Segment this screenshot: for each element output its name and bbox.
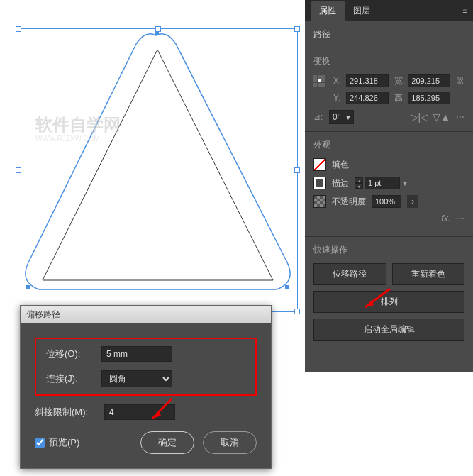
appearance-section: 外观 填色 描边 ▴ ▾ ▾ 不透明度 › fx. ⋯ — [305, 132, 473, 237]
resize-handle[interactable] — [16, 167, 21, 173]
transform-title: 变换 — [313, 55, 464, 67]
preview-checkbox[interactable] — [35, 438, 45, 448]
flip-horizontal-icon[interactable]: ▷|◁ — [411, 111, 429, 123]
flip-vertical-icon[interactable]: ▽▲ — [433, 111, 450, 123]
opacity-label: 不透明度 — [332, 196, 366, 208]
width-label: 宽: — [394, 75, 405, 87]
resize-handle[interactable] — [294, 26, 300, 32]
dialog-title-bar[interactable]: 偏移路径 — [21, 306, 271, 323]
transform-section: 变换 X: 宽: ⛓ Y: 高: — [305, 48, 473, 132]
watermark-url: WWW.RJZXW.COM — [35, 135, 100, 143]
selection-bounding-box — [18, 28, 298, 312]
appearance-title: 外观 — [313, 139, 464, 151]
width-input[interactable] — [408, 74, 450, 87]
dialog-title: 偏移路径 — [26, 309, 60, 319]
tab-layers[interactable]: 图层 — [345, 1, 379, 21]
link-wh-icon[interactable]: ⛓ — [456, 76, 470, 86]
reference-point-selector[interactable] — [313, 75, 325, 87]
preview-checkbox-label[interactable]: 预览(P) — [35, 436, 79, 449]
resize-handle[interactable] — [16, 26, 21, 32]
offset-path-button[interactable]: 位移路径 — [313, 263, 386, 285]
angle-label: ⊿: — [313, 112, 323, 122]
stroke-dropdown-icon[interactable]: ▾ — [403, 178, 407, 188]
stroke-down[interactable]: ▾ — [355, 183, 363, 189]
opacity-expand-icon[interactable]: › — [407, 195, 418, 208]
join-select[interactable]: 圆角 — [101, 370, 172, 387]
cancel-button[interactable]: 取消 — [203, 431, 257, 454]
fx-icon[interactable]: fx. — [441, 214, 450, 223]
angle-input[interactable]: 0° ▾ — [329, 110, 354, 124]
properties-panel: 属性 图层 ≡ 路径 变换 X: 宽: ⛓ Y: — [305, 0, 473, 372]
join-label: 连接(J): — [46, 372, 96, 385]
y-input[interactable] — [346, 92, 389, 104]
panel-menu-icon[interactable]: ≡ — [462, 6, 467, 16]
ok-button[interactable]: 确定 — [140, 431, 194, 454]
arrange-button[interactable]: 排列 — [313, 291, 464, 313]
more-options-icon[interactable]: ⋯ — [456, 112, 464, 122]
tab-properties[interactable]: 属性 — [311, 1, 345, 21]
y-label: Y: — [333, 93, 343, 103]
opacity-swatch[interactable] — [313, 195, 326, 208]
watermark-text: 软件自学网 — [35, 114, 121, 136]
height-label: 高: — [394, 92, 405, 104]
opacity-input[interactable] — [372, 195, 401, 208]
miter-input[interactable] — [104, 404, 175, 420]
fill-swatch[interactable] — [313, 158, 326, 171]
preview-label: 预览(P) — [49, 436, 79, 449]
path-type-section: 路径 — [305, 21, 473, 48]
offset-input[interactable] — [101, 346, 172, 362]
offset-label: 位移(O): — [46, 348, 96, 360]
x-label: X: — [333, 76, 343, 86]
canvas-area[interactable]: 软件自学网 WWW.RJZXW.COM — [0, 0, 312, 319]
path-type-label: 路径 — [313, 29, 330, 39]
resize-handle[interactable] — [294, 167, 300, 173]
appearance-more-icon[interactable]: ⋯ — [456, 214, 464, 223]
highlight-annotation: 位移(O): 连接(J): 圆角 — [35, 338, 257, 396]
panel-tabs: 属性 图层 ≡ — [305, 0, 473, 21]
stroke-label: 描边 — [332, 177, 349, 189]
stroke-swatch[interactable] — [313, 177, 326, 189]
resize-handle[interactable] — [294, 309, 300, 314]
miter-label: 斜接限制(M): — [35, 406, 99, 419]
fill-label: 填色 — [332, 159, 349, 171]
quick-actions-title: 快速操作 — [313, 244, 464, 256]
offset-path-dialog: 偏移路径 位移(O): 连接(J): 圆角 斜接限制(M): 预览(P) — [20, 305, 272, 469]
recolor-button[interactable]: 重新着色 — [392, 263, 465, 285]
stroke-weight-input[interactable] — [365, 177, 400, 189]
x-input[interactable] — [346, 74, 389, 87]
height-input[interactable] — [408, 92, 450, 104]
global-edit-button[interactable]: 启动全局编辑 — [313, 319, 464, 341]
resize-handle[interactable] — [155, 26, 161, 32]
stroke-up[interactable]: ▴ — [355, 177, 363, 183]
quick-actions-section: 快速操作 位移路径 重新着色 排列 启动全局编辑 — [305, 237, 473, 353]
